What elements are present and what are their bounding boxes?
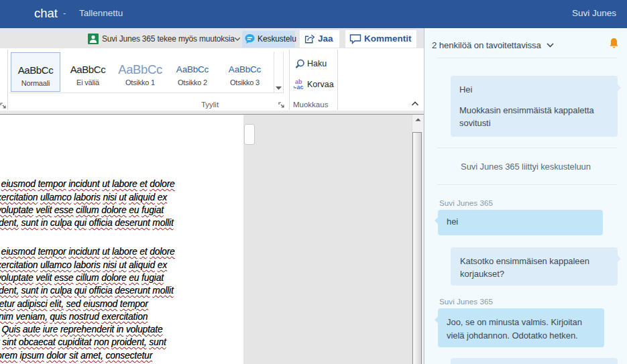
svg-text:ac: ac bbox=[297, 84, 304, 90]
